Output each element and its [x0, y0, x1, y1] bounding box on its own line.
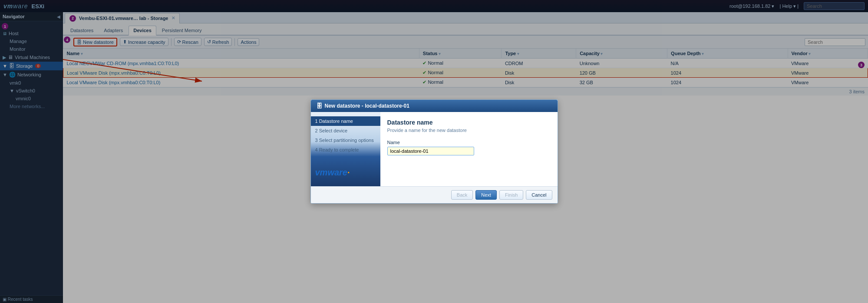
- modal-step-3-label: 3 Select partitioning options: [315, 138, 374, 143]
- modal-step-1-label: 1 Datastore name: [315, 119, 353, 124]
- modal-name-input[interactable]: [387, 147, 474, 155]
- modal-footer: Back Next Finish Cancel: [311, 186, 558, 203]
- modal-title: New datastore - local-datastore-01: [325, 103, 409, 109]
- modal-content-title: Datastore name: [387, 119, 551, 126]
- modal-name-label: Name: [387, 140, 551, 145]
- modal-content-subtitle: Provide a name for the new datastore: [387, 128, 551, 133]
- modal-step-2[interactable]: 2 Select device: [311, 126, 380, 135]
- modal-overlay: 🗄 New datastore - local-datastore-01 1 D…: [0, 0, 868, 303]
- modal-cancel-button[interactable]: Cancel: [526, 190, 552, 200]
- modal-steps: 1 Datastore name 2 Select device 3 Selec…: [311, 112, 380, 159]
- modal-content: Datastore name Provide a name for the ne…: [380, 112, 558, 186]
- modal-header: 🗄 New datastore - local-datastore-01: [311, 100, 558, 112]
- modal-step-1[interactable]: 1 Datastore name: [311, 116, 380, 126]
- modal-body: 1 Datastore name 2 Select device 3 Selec…: [311, 112, 558, 186]
- modal-sidebar: 1 Datastore name 2 Select device 3 Selec…: [311, 112, 380, 186]
- modal-step-3[interactable]: 3 Select partitioning options: [311, 135, 380, 145]
- modal-step-4-label: 4 Ready to complete: [315, 147, 359, 152]
- modal-vmware-logo: vmware·: [311, 159, 380, 186]
- modal-finish-button[interactable]: Finish: [499, 190, 523, 200]
- new-datastore-modal: 🗄 New datastore - local-datastore-01 1 D…: [310, 99, 558, 204]
- modal-header-icon: 🗄: [316, 102, 322, 109]
- modal-next-button[interactable]: Next: [475, 190, 497, 200]
- modal-back-button[interactable]: Back: [451, 190, 473, 200]
- modal-step-4[interactable]: 4 Ready to complete: [311, 145, 380, 155]
- modal-step-2-label: 2 Select device: [315, 128, 348, 133]
